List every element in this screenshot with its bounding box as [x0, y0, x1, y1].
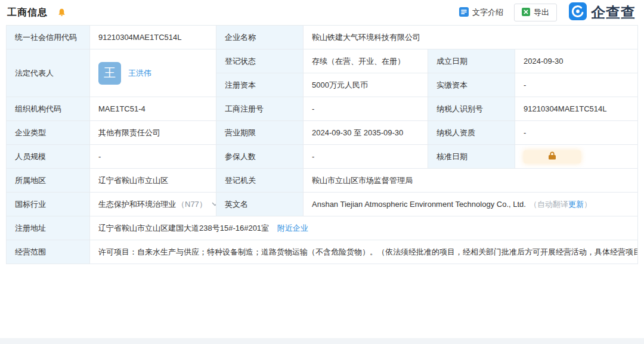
table-row: 企业类型 其他有限责任公司 营业期限 2024-09-30 至 2035-09-… — [7, 121, 638, 145]
table-row: 法定代表人 王 王洪伟 登记状态 存续（在营、开业、在册） 成立日期 2024-… — [7, 49, 638, 73]
page-bottom-strip — [0, 338, 644, 344]
org-code-label: 组织机构代码 — [7, 97, 90, 121]
industry-dropdown[interactable]: 生态保护和环境治理业 （N77） — [98, 199, 208, 210]
page-title: 工商信息 — [7, 7, 48, 19]
paid-capital-value: - — [515, 73, 638, 97]
paid-capital-label: 实缴资本 — [428, 73, 515, 97]
biz-term-label: 营业期限 — [216, 121, 304, 145]
english-name-cell: Anshan Tiejian Atmospheric Environment T… — [304, 193, 638, 216]
nearby-companies-link[interactable]: 附近企业 — [277, 224, 308, 233]
reg-address-cell: 辽宁省鞍山市立山区建国大道238号15#-16#201室 附近企业 — [90, 216, 638, 240]
reg-capital-value: 5000万元人民币 — [304, 73, 428, 97]
taxpayer-id-value: 91210304MAE1TC514L — [515, 97, 638, 121]
table-row: 人员规模 - 参保人数 - 核准日期 — [7, 145, 638, 169]
company-name-value: 鞍山铁建大气环境科技有限公司 — [304, 26, 638, 49]
insured-count-value: - — [304, 145, 428, 169]
approval-date-value — [515, 145, 638, 169]
english-name-value: Anshan Tiejian Atmospheric Environment T… — [312, 200, 526, 209]
table-row: 国标行业 生态保护和环境治理业 （N77） 英文名 Anshan Tie — [7, 193, 638, 216]
chevron-down-icon — [212, 202, 216, 206]
header-actions: 文字介绍 导出 — [459, 2, 636, 23]
text-intro-button[interactable]: 文字介绍 — [459, 7, 503, 18]
lock-icon — [549, 151, 556, 162]
business-info-table: 统一社会信用代码 91210304MAE1TC514L 企业名称 鞍山铁建大气环… — [6, 25, 638, 264]
company-name-label: 企业名称 — [216, 26, 304, 49]
locked-value[interactable] — [524, 150, 581, 163]
export-label: 导出 — [534, 7, 549, 18]
industry-value: 生态保护和环境治理业 — [98, 199, 176, 210]
reg-status-label: 登记状态 — [216, 49, 304, 73]
biz-term-value: 2024-09-30 至 2035-09-30 — [304, 121, 428, 145]
reg-capital-label: 注册资本 — [216, 73, 304, 97]
business-info-panel: 工商信息 文字介绍 — [0, 0, 644, 344]
brand-name: 企查查 — [591, 3, 636, 22]
taxpayer-quality-label: 纳税人资质 — [428, 121, 515, 145]
company-type-value: 其他有限责任公司 — [90, 121, 216, 145]
taxpayer-quality-value: - — [515, 121, 638, 145]
legal-rep-avatar[interactable]: 王 — [98, 62, 121, 85]
translate-update-link[interactable]: 更新 — [568, 200, 584, 209]
export-button[interactable]: 导出 — [514, 4, 557, 21]
panel-header: 工商信息 文字介绍 — [0, 0, 644, 25]
excel-icon — [522, 8, 530, 18]
establish-date-label: 成立日期 — [428, 49, 515, 73]
industry-code: （N77） — [177, 199, 207, 210]
biz-scope-label: 经营范围 — [7, 240, 90, 264]
text-intro-label: 文字介绍 — [472, 7, 503, 18]
approval-date-label: 核准日期 — [428, 145, 515, 169]
unified-code-label: 统一社会信用代码 — [7, 26, 90, 49]
org-code-value: MAE1TC51-4 — [90, 97, 216, 121]
reg-authority-label: 登记机关 — [216, 169, 304, 193]
unified-code-value: 91210304MAE1TC514L — [90, 26, 216, 49]
reg-address-label: 注册地址 — [7, 216, 90, 240]
biz-scope-value: 许可项目：自来水生产与供应；特种设备制造；道路货物运输（不含危险货物）。（依法须… — [90, 240, 638, 264]
auto-translate-note: （自动翻译更新） — [530, 200, 592, 209]
reg-address-value: 辽宁省鞍山市立山区建国大道238号15#-16#201室 — [98, 224, 269, 233]
taxpayer-id-label: 纳税人识别号 — [428, 97, 515, 121]
industry-label: 国标行业 — [7, 193, 90, 216]
bell-icon[interactable] — [57, 8, 66, 17]
table-row: 经营范围 许可项目：自来水生产与供应；特种设备制造；道路货物运输（不含危险货物）… — [7, 240, 638, 264]
insured-count-label: 参保人数 — [216, 145, 304, 169]
table-row: 组织机构代码 MAE1TC51-4 工商注册号 - 纳税人识别号 9121030… — [7, 97, 638, 121]
reg-status-value: 存续（在营、开业、在册） — [304, 49, 428, 73]
table-row: 注册地址 辽宁省鞍山市立山区建国大道238号15#-16#201室 附近企业 — [7, 216, 638, 240]
region-value: 辽宁省鞍山市立山区 — [90, 169, 216, 193]
region-label: 所属地区 — [7, 169, 90, 193]
legal-rep-link[interactable]: 王洪伟 — [128, 68, 151, 79]
english-name-label: 英文名 — [216, 193, 304, 216]
table-row: 统一社会信用代码 91210304MAE1TC514L 企业名称 鞍山铁建大气环… — [7, 26, 638, 49]
biz-reg-no-value: - — [304, 97, 428, 121]
document-lines-icon — [459, 7, 469, 18]
establish-date-value: 2024-09-30 — [515, 49, 638, 73]
staff-size-value: - — [90, 145, 216, 169]
industry-value-cell: 生态保护和环境治理业 （N77） — [90, 193, 216, 216]
reg-authority-value: 鞍山市立山区市场监督管理局 — [304, 169, 638, 193]
biz-reg-no-label: 工商注册号 — [216, 97, 304, 121]
legal-rep-label: 法定代表人 — [7, 49, 90, 97]
company-type-label: 企业类型 — [7, 121, 90, 145]
staff-size-label: 人员规模 — [7, 145, 90, 169]
legal-rep-cell: 王 王洪伟 — [90, 49, 216, 97]
table-row: 所属地区 辽宁省鞍山市立山区 登记机关 鞍山市立山区市场监督管理局 — [7, 169, 638, 193]
qichacha-logo — [569, 2, 587, 23]
brand-logo-group[interactable]: 企查查 — [569, 2, 636, 23]
